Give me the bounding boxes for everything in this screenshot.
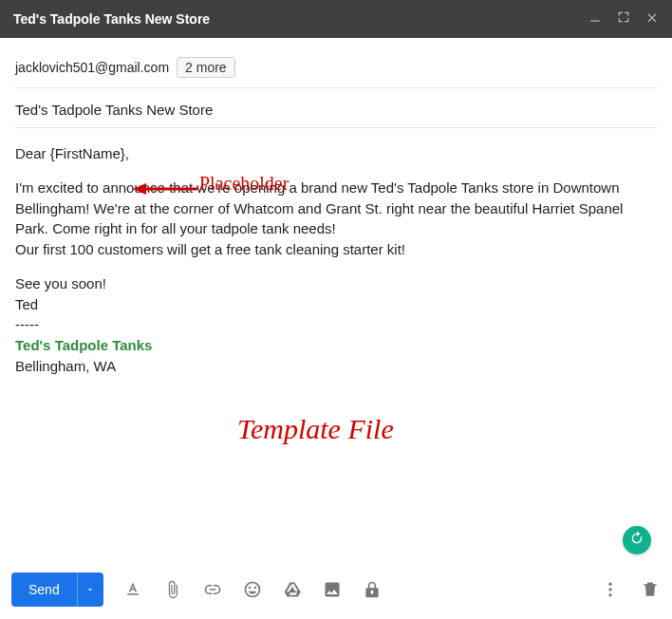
compose-content: jacklovich501@gmail.com 2 more Ted's Tad… <box>0 38 672 377</box>
minimize-icon[interactable] <box>588 10 602 28</box>
attach-icon[interactable] <box>162 579 183 600</box>
window-title: Ted's Tadpole Tanks New Store <box>13 11 210 27</box>
drive-icon[interactable] <box>282 579 303 600</box>
email-body[interactable]: Dear {FirstName}, I'm excited to announc… <box>15 128 657 377</box>
fab-button[interactable] <box>623 526 651 554</box>
body-greeting: Dear {FirstName}, <box>15 143 657 164</box>
recipient-email[interactable]: jacklovich501@gmail.com <box>15 60 169 75</box>
subject-row[interactable]: Ted's Tadpole Tanks New Store <box>15 88 657 128</box>
compose-toolbar: Send <box>11 568 661 611</box>
fullscreen-icon[interactable] <box>617 10 630 28</box>
toolbar-left: Send <box>11 572 383 607</box>
more-icon[interactable] <box>600 579 621 600</box>
signature-location: Bellingham, WA <box>15 356 657 377</box>
recipients-row[interactable]: jacklovich501@gmail.com 2 more <box>15 51 657 88</box>
send-button[interactable]: Send <box>11 572 103 607</box>
send-dropdown[interactable] <box>77 572 103 607</box>
link-icon[interactable] <box>202 579 223 600</box>
svg-point-5 <box>608 593 611 596</box>
svg-point-3 <box>608 583 611 586</box>
more-recipients-chip[interactable]: 2 more <box>177 57 235 78</box>
close-icon[interactable] <box>645 10 659 28</box>
signature-name: Ted's Tadpole Tanks <box>15 335 657 356</box>
confidential-icon[interactable] <box>362 579 383 600</box>
trash-icon[interactable] <box>640 579 661 600</box>
subject-text: Ted's Tadpole Tanks New Store <box>15 102 213 118</box>
window-controls <box>588 10 659 28</box>
send-button-label: Send <box>11 572 77 607</box>
toolbar-right <box>600 579 661 600</box>
annotation-template-label: Template File <box>237 413 394 445</box>
refresh-icon <box>629 531 644 550</box>
body-paragraph-2: Our first 100 customers will get a free … <box>15 239 657 260</box>
body-divider: ----- <box>15 314 657 335</box>
emoji-icon[interactable] <box>242 579 263 600</box>
body-paragraph-1: I'm excited to announce that we're openi… <box>15 178 657 239</box>
svg-point-4 <box>608 588 611 591</box>
format-icon[interactable] <box>122 579 143 600</box>
body-signoff-1: See you soon! <box>15 273 657 294</box>
window-titlebar: Ted's Tadpole Tanks New Store <box>0 0 672 38</box>
body-signoff-2: Ted <box>15 294 657 315</box>
svg-rect-0 <box>590 21 599 22</box>
photo-icon[interactable] <box>322 579 343 600</box>
